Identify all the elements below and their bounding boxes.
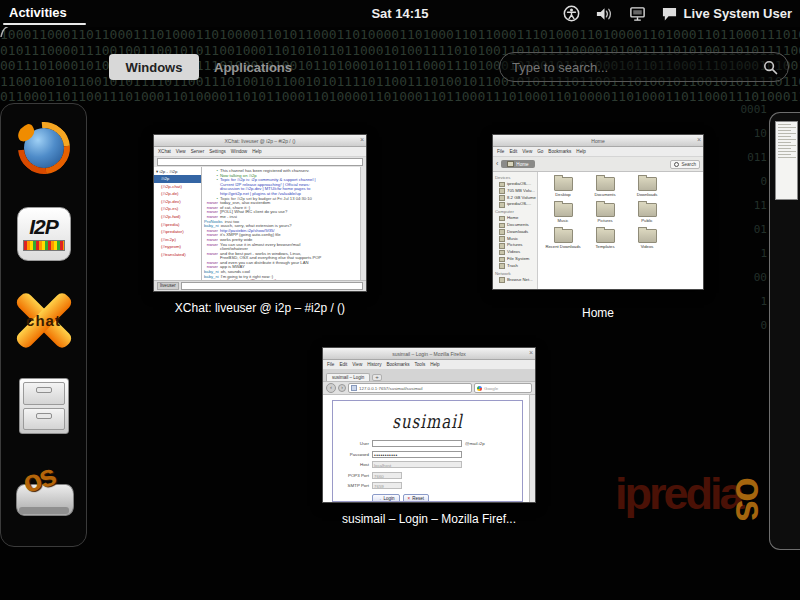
menu-item: History bbox=[367, 362, 381, 367]
field-input: 7659 bbox=[372, 482, 402, 489]
binary-edge-digit: 011 bbox=[741, 146, 768, 170]
window-label-xchat: XChat: liveuser @ i2p – #i2p / () bbox=[103, 301, 417, 315]
tab-applications[interactable]: Applications bbox=[214, 54, 292, 80]
dash-item-i2p[interactable]: I2P bbox=[13, 203, 75, 265]
folder-name: Recent Downloads bbox=[543, 244, 583, 249]
folder-item: Public bbox=[627, 203, 667, 223]
xchat-channel-item: (#nyprom) bbox=[154, 243, 201, 251]
accessibility-menu[interactable] bbox=[563, 5, 580, 22]
sidebar-header-computer: Computer bbox=[495, 208, 537, 215]
search-button-label: Search bbox=[681, 162, 696, 167]
xchat-channel-item: (#translated) bbox=[154, 251, 201, 259]
forward-icon: › bbox=[338, 384, 346, 392]
xchat-scrollbar bbox=[360, 167, 366, 280]
menu-item: Bookmarks bbox=[548, 149, 571, 154]
url-bar: 127.0.0.1:7657/susimail/susimail bbox=[348, 383, 472, 393]
field-label: POP3 Port bbox=[333, 473, 369, 478]
window-thumbnail-firefox[interactable]: susimail – Login – Mozilla Firefox × Fil… bbox=[322, 347, 536, 503]
volume-menu[interactable] bbox=[595, 6, 614, 22]
activities-button[interactable]: Activities bbox=[9, 5, 67, 20]
binary-edge-column: 0001100110110110010 bbox=[741, 98, 768, 338]
dash-item-file-manager[interactable] bbox=[13, 375, 75, 437]
search-icon bbox=[763, 60, 778, 75]
menu-item: Tools bbox=[414, 362, 425, 367]
folder-name: Music bbox=[543, 218, 583, 223]
field-label: Password bbox=[333, 452, 369, 457]
menu-item: File bbox=[497, 149, 504, 154]
user-menu[interactable]: Live System User bbox=[661, 6, 792, 21]
field-suffix: @mail.i2p bbox=[465, 441, 485, 446]
search-box[interactable] bbox=[499, 52, 789, 82]
workspace-switcher[interactable] bbox=[769, 112, 800, 550]
menu-item: View bbox=[176, 149, 186, 154]
button-icon: × bbox=[408, 496, 411, 501]
firefox-scrollbar bbox=[529, 395, 535, 502]
sidebar-item: Music bbox=[495, 236, 537, 243]
dash-item-install-disk[interactable]: os bbox=[13, 461, 75, 523]
menu-item: File bbox=[327, 362, 334, 367]
window-thumbnail-home[interactable]: Home × FileEditViewGoBookmarksHelp ‹ Hom… bbox=[492, 134, 704, 290]
field-label: User bbox=[333, 441, 369, 446]
home-sidebar: Devices iprediaOS-...705 MB Volu...8.2 G… bbox=[493, 172, 538, 289]
folder-item: Downloads bbox=[627, 177, 667, 197]
browser-tab: susimail – Login bbox=[326, 373, 370, 381]
binary-edge-digit: 1 bbox=[741, 290, 768, 314]
folder-icon bbox=[554, 229, 573, 243]
folder-item: Recent Downloads bbox=[543, 229, 583, 249]
binary-edge-digit: 00 bbox=[741, 266, 768, 290]
xchat-icon-label: chat bbox=[13, 312, 75, 329]
folder-item: Pictures bbox=[585, 203, 625, 223]
sidebar-item: File System bbox=[495, 256, 537, 263]
susimail-login-form: User @mail.i2p Password ••••••••••• Host bbox=[333, 440, 522, 489]
workspace-thumbnail[interactable] bbox=[775, 121, 798, 200]
menu-item: Server bbox=[191, 149, 205, 154]
binary-edge-digit: 0 bbox=[741, 314, 768, 338]
breadcrumb-label: Home bbox=[516, 162, 528, 167]
binary-edge-digit: 1 bbox=[741, 242, 768, 266]
user-menu-label: Live System User bbox=[684, 6, 792, 21]
binary-edge-digit: 0001 bbox=[741, 98, 768, 122]
search-input[interactable] bbox=[510, 59, 763, 76]
button-label: Reset bbox=[412, 496, 424, 501]
volume-icon bbox=[595, 6, 614, 22]
folder-item: Documents bbox=[585, 177, 625, 197]
folder-icon bbox=[554, 203, 573, 217]
xchat-icon: chat bbox=[13, 289, 75, 351]
binary-edge-digit: 0 bbox=[741, 170, 768, 194]
binary-edge-digit: 01 bbox=[741, 218, 768, 242]
sidebar-item: iprediaOS-... bbox=[495, 181, 537, 188]
form-row: POP3 Port 7660 bbox=[333, 472, 522, 479]
display-menu[interactable] bbox=[629, 6, 646, 22]
button-label: Login bbox=[384, 496, 395, 501]
xchat-titlebar: XChat: liveuser @ i2p – #i2p / () × bbox=[154, 135, 366, 147]
xchat-channel-item: (#i2p-es) bbox=[154, 205, 201, 213]
file-cabinet-icon bbox=[19, 378, 69, 434]
i2p-icon: I2P bbox=[17, 207, 71, 261]
dash-item-firefox[interactable] bbox=[13, 117, 75, 179]
dash-item-xchat[interactable]: chat bbox=[13, 289, 75, 351]
sidebar-item: Documents bbox=[495, 222, 537, 229]
xchat-channel-item: (#irc2p) bbox=[154, 236, 201, 244]
home-menubar: FileEditViewGoBookmarksHelp bbox=[493, 147, 703, 157]
back-icon: ‹ bbox=[496, 160, 498, 168]
tab-windows[interactable]: Windows bbox=[109, 54, 199, 80]
xchat-channel-item: (#i2p-dev) bbox=[154, 198, 201, 206]
new-tab-icon: + bbox=[372, 374, 382, 381]
menu-item: Help bbox=[430, 362, 439, 367]
window-thumbnail-xchat[interactable]: XChat: liveuser @ i2p – #i2p / () × XCha… bbox=[153, 134, 367, 292]
folder-item: Desktop bbox=[543, 177, 583, 197]
sidebar-item: Home bbox=[495, 215, 537, 222]
sidebar-item: Trash bbox=[495, 263, 537, 270]
sidebar-item: iprediaOS-... bbox=[495, 201, 537, 208]
search-icon bbox=[674, 162, 679, 167]
home-toolbar: ‹ Home Search bbox=[493, 157, 703, 172]
binary-edge-digit: 11 bbox=[741, 194, 768, 218]
i2p-icon-label: I2P bbox=[29, 217, 58, 237]
window-label-home: Home bbox=[498, 306, 698, 320]
clock[interactable]: Sat 14:15 bbox=[371, 6, 428, 21]
close-icon: × bbox=[360, 136, 364, 144]
folder-icon bbox=[638, 177, 657, 191]
firefox-tabbar: susimail – Login + bbox=[323, 370, 535, 382]
binary-edge-digit: 10 bbox=[741, 122, 768, 146]
folder-name: Pictures bbox=[585, 218, 625, 223]
